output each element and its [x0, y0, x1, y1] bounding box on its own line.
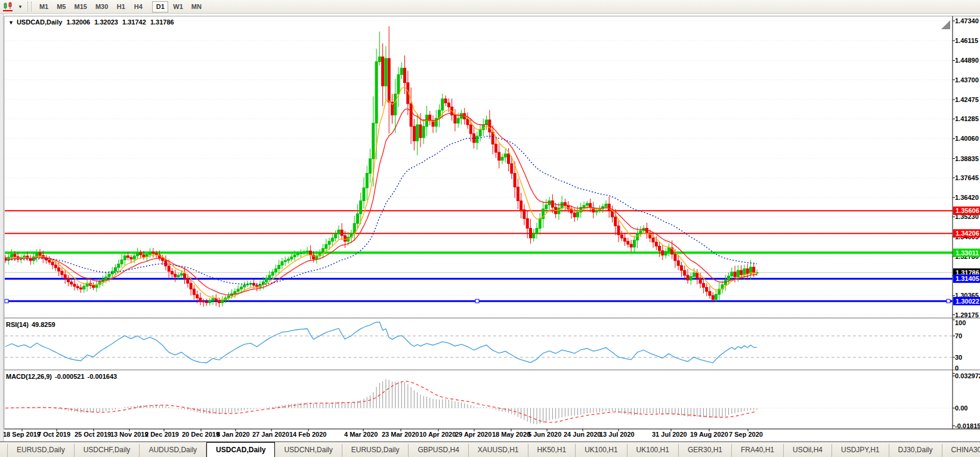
candle-body [48, 260, 51, 262]
candle-body [728, 276, 730, 280]
date-axis-label: 23 Mar 2020 [382, 431, 419, 438]
line-handle[interactable] [947, 299, 950, 303]
candle-body [143, 255, 145, 257]
candle-body [51, 262, 54, 265]
candle-body [706, 288, 708, 292]
candle-body [457, 118, 459, 123]
close-value: 1.31786 [150, 18, 174, 26]
candle-body [715, 294, 717, 299]
candle-body [127, 256, 129, 258]
candle-body [561, 202, 563, 208]
collapse-chart-icon[interactable]: ▼ [8, 20, 14, 26]
candle-body [469, 125, 472, 134]
open-value: 1.32006 [66, 18, 90, 26]
candle-body [58, 268, 60, 271]
chart-background [4, 14, 980, 441]
date-axis-label: 7 Sep 2020 [729, 431, 763, 438]
price-tag-value: 1.30022 [956, 298, 979, 305]
candle-body [11, 254, 13, 257]
chart-tab-dj30-daily[interactable]: DJ30,Daily [889, 444, 942, 457]
date-axis-label: 13 Nov 2019 [110, 431, 149, 438]
candle-body [281, 262, 283, 265]
candle-body [680, 265, 682, 270]
candle-body [140, 253, 142, 255]
candle-body [573, 213, 576, 217]
period-selector-icon[interactable] [2, 1, 17, 12]
date-axis-label: 7 Oct 2019 [38, 431, 70, 438]
candle-body [36, 253, 38, 257]
timeframe-button-m30[interactable]: M30 [92, 1, 112, 13]
timeframe-button-h4[interactable]: H4 [130, 1, 146, 13]
price-tag-value: 1.33011 [956, 249, 979, 257]
timeframe-button-h1[interactable]: H1 [113, 1, 129, 13]
line-handle[interactable] [5, 299, 8, 303]
chart-tab-audusd-daily[interactable]: AUDUSD,Daily [140, 444, 206, 457]
candle-body [328, 241, 330, 244]
candle-body [696, 273, 698, 279]
candle-body [617, 226, 620, 235]
toolbar-grip[interactable] [27, 2, 32, 11]
candle-body [80, 288, 82, 289]
chart-tab-usdjpy-h1[interactable]: USDJPY,H1 [832, 444, 889, 457]
candle-body [702, 283, 704, 288]
chart-tab-uk100-h1[interactable]: UK100,H1 [627, 444, 679, 457]
chart-tab-china300-h1[interactable]: CHINA300,H1 [942, 444, 980, 457]
candle-body [410, 104, 412, 126]
candle-body [205, 302, 208, 302]
candle-body [627, 241, 629, 244]
timeframe-button-mn[interactable]: MN [188, 1, 205, 13]
candle-body [558, 208, 560, 214]
chart-tab-usoil-h4[interactable]: USOil,H4 [784, 444, 832, 457]
rsi-value: 49.8259 [32, 321, 55, 328]
date-axis-label: 13 Jul 2020 [599, 431, 635, 438]
chart-tab-eurusd-daily[interactable]: EURUSD,Daily [342, 444, 409, 457]
timeframe-button-m15[interactable]: M15 [70, 1, 90, 13]
chart-tab-usdchf-daily[interactable]: USDCHF,Daily [75, 444, 140, 457]
candle-body [180, 274, 183, 276]
timeframe-button-d1[interactable]: D1 [152, 1, 168, 13]
chart-window: 1.473401.461151.448901.437001.424751.412… [4, 14, 980, 441]
chart-tab-uk100-h1[interactable]: UK100,H1 [576, 444, 627, 457]
chart-tab-hk50-h1[interactable]: HK50,H1 [528, 444, 576, 457]
candle-body [514, 173, 516, 187]
candle-body [73, 284, 76, 286]
candle-body [321, 249, 324, 253]
candle-body [353, 224, 355, 233]
candle-body [278, 265, 280, 269]
candle-body [454, 115, 456, 123]
price-axis-label: 1.36420 [955, 194, 979, 201]
candle-body [460, 113, 462, 118]
timeframe-button-m5[interactable]: M5 [53, 1, 69, 13]
candle-body [394, 94, 397, 115]
candle-body [667, 248, 670, 251]
candle-body [441, 99, 444, 110]
chart-tab-usdcnh-daily[interactable]: USDCNH,Daily [275, 444, 342, 457]
candle-body [378, 57, 381, 61]
candle-body [309, 251, 311, 255]
chart-tab-usdcad-daily[interactable]: USDCAD,Daily [206, 442, 275, 457]
timeframe-button-m1[interactable]: M1 [36, 1, 52, 13]
candle-body [360, 201, 362, 214]
candle-body [382, 57, 384, 86]
chart-tab-gbpusd-h4[interactable]: GBPUSD,H4 [409, 444, 468, 457]
macd-axis-label: 0.032972 [955, 372, 980, 379]
chart-tab-fra40-h1[interactable]: FRA40,H1 [732, 444, 784, 457]
chart-tab-eurusd-daily[interactable]: EURUSD,Daily [7, 444, 75, 457]
candle-body [243, 285, 246, 288]
candle-body [215, 298, 217, 301]
candle-body [240, 287, 242, 289]
candle-body [274, 268, 277, 271]
line-handle[interactable] [475, 299, 479, 303]
candle-body [356, 214, 358, 223]
chevron-down-icon[interactable]: ▼ [18, 4, 23, 10]
candle-body [693, 273, 695, 277]
macd-main-value: -0.000521 [55, 373, 85, 380]
candle-body [76, 286, 79, 288]
timeframe-button-w1[interactable]: W1 [169, 1, 187, 13]
chart-tab-xauusd-h1[interactable]: XAUUSD,H1 [469, 444, 528, 457]
chart-tab-ger30-h1[interactable]: GER30,H1 [679, 444, 732, 457]
chart-tabs: EURUSD,DailyUSDCHF,DailyAUDUSD,DailyUSDC… [0, 442, 980, 457]
candle-body [177, 275, 180, 277]
chart-canvas[interactable]: 1.473401.461151.448901.437001.424751.412… [4, 14, 980, 441]
chart-symbol-label: USDCAD,Daily [17, 18, 62, 26]
